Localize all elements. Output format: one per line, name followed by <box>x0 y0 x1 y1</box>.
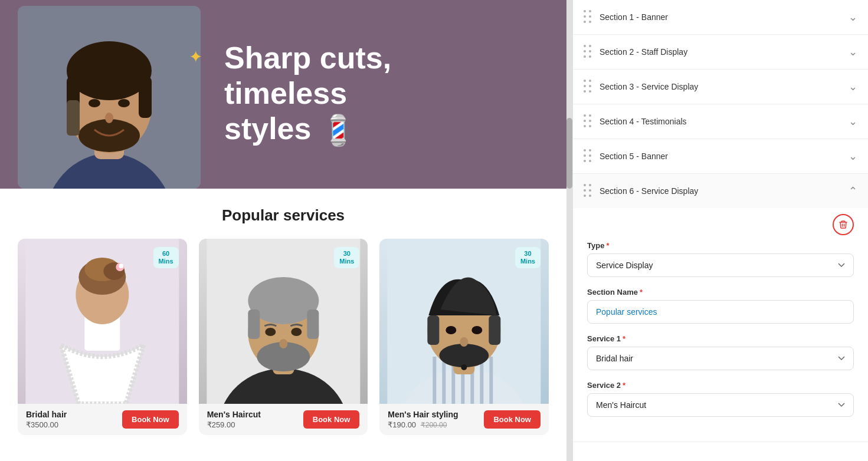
svg-point-31 <box>291 328 302 336</box>
type-select[interactable]: Service Display Staff Display Banner Tes… <box>587 253 854 277</box>
service-info-3: Men's Hair styling ₹190.00 ₹200.00 Book … <box>379 404 549 435</box>
price-strikethrough-3: ₹200.00 <box>421 421 447 429</box>
section-6-content: Type * Service Display Staff Display Ban… <box>573 208 868 442</box>
chevron-up-icon-6: ⌃ <box>849 185 857 197</box>
sidebar-item-section-2[interactable]: Section 2 - Staff Display ⌄ <box>573 35 868 70</box>
service-card-1: 60 Mins Bridal hair ₹3500.00 Book Now <box>18 239 187 435</box>
service2-select[interactable]: Bridal hair Men's Haircut Men's Hair sty… <box>587 393 854 417</box>
hero-banner: ✦ Sharp cuts, timeless styles 💈 <box>0 0 566 189</box>
chevron-down-icon-4: ⌄ <box>849 115 857 128</box>
service-info-1: Bridal hair ₹3500.00 Book Now <box>18 404 187 435</box>
barber-pole-icon: 💈 <box>320 114 356 148</box>
service2-label: Service 2 * <box>587 381 854 390</box>
section-name-field: Section Name * <box>587 288 854 324</box>
service-info-2: Men's Haircut ₹259.00 Book Now <box>199 404 368 435</box>
section-label-4: Section 4 - Testimonials <box>600 117 687 126</box>
sidebar-item-section-4[interactable]: Section 4 - Testimonials ⌄ <box>573 104 868 139</box>
section-name-required-star: * <box>640 288 643 297</box>
service-name-2: Men's Haircut <box>207 410 261 419</box>
svg-rect-45 <box>489 315 501 345</box>
drag-handle-2 <box>584 45 592 59</box>
service1-label: Service 1 * <box>587 334 854 343</box>
services-title: Popular services <box>18 206 549 225</box>
svg-point-47 <box>446 326 457 334</box>
section-label-5: Section 5 - Banner <box>600 152 668 161</box>
svg-rect-44 <box>428 315 440 345</box>
svg-point-32 <box>279 339 287 348</box>
service-name-3: Men's Hair styling <box>388 410 458 419</box>
delete-section-area <box>587 214 854 235</box>
service1-select[interactable]: Bridal hair Men's Haircut Men's Hair sty… <box>587 347 854 370</box>
section-label-2: Section 2 - Staff Display <box>600 47 687 57</box>
book-btn-3[interactable]: Book Now <box>484 410 541 429</box>
section-label-3: Section 3 - Service Display <box>600 82 698 91</box>
service2-field: Service 2 * Bridal hair Men's Haircut Me… <box>587 381 854 417</box>
drag-handle-3 <box>584 80 592 94</box>
delete-section-btn[interactable] <box>833 214 854 235</box>
svg-rect-7 <box>139 77 152 118</box>
scroll-indicator <box>566 0 572 461</box>
section-label-6: Section 6 - Service Display <box>600 186 698 196</box>
sidebar-item-section-3[interactable]: Section 3 - Service Display ⌄ <box>573 70 868 104</box>
svg-point-10 <box>89 99 100 107</box>
svg-point-48 <box>472 326 483 334</box>
type-required-star: * <box>606 241 609 250</box>
service-card-img-1: 60 Mins <box>18 239 187 404</box>
sidebar-item-section-6: Section 6 - Service Display ⌃ Type * <box>573 174 868 442</box>
service1-required-star: * <box>623 334 625 343</box>
service-card-img-2: 30 Mins <box>199 239 368 404</box>
time-badge-1: 60 Mins <box>153 247 179 268</box>
hero-text: Sharp cuts, timeless styles 💈 <box>201 41 566 148</box>
drag-handle-4 <box>584 114 592 129</box>
services-section: Popular services <box>0 189 566 447</box>
chevron-down-icon-3: ⌄ <box>849 80 857 93</box>
drag-handle-5 <box>584 149 592 163</box>
time-badge-2: 30 Mins <box>334 247 359 268</box>
svg-point-50 <box>461 364 467 370</box>
service-price-2: ₹259.00 <box>207 420 261 429</box>
service2-required-star: * <box>623 381 625 390</box>
svg-point-30 <box>265 328 276 336</box>
service-card-3: 30 Mins Men's Hair styling ₹190.00 ₹200.… <box>379 239 549 435</box>
drag-handle-6 <box>584 184 592 198</box>
svg-point-49 <box>460 337 469 347</box>
svg-point-21 <box>119 264 123 268</box>
hero-title: Sharp cuts, timeless styles 💈 <box>224 41 543 148</box>
hero-image <box>18 6 201 189</box>
service1-field: Service 1 * Bridal hair Men's Haircut Me… <box>587 334 854 370</box>
svg-rect-9 <box>67 100 80 136</box>
svg-rect-28 <box>307 309 319 339</box>
type-field: Type * Service Display Staff Display Ban… <box>587 241 854 277</box>
sidebar: Section 1 - Banner ⌄ Section 2 - Staff D… <box>572 0 868 461</box>
book-btn-2[interactable]: Book Now <box>303 410 360 429</box>
section-name-input[interactable] <box>587 300 854 324</box>
sidebar-item-section-1[interactable]: Section 1 - Banner ⌄ <box>573 0 868 35</box>
svg-rect-27 <box>248 309 260 339</box>
chevron-down-icon-5: ⌄ <box>849 150 857 163</box>
chevron-down-icon-2: ⌄ <box>849 45 857 58</box>
section-name-label: Section Name * <box>587 288 854 297</box>
book-btn-1[interactable]: Book Now <box>122 410 179 429</box>
svg-point-46 <box>440 344 489 367</box>
gold-star-decoration: ✦ <box>189 47 202 67</box>
service-card-img-3: 30 Mins <box>379 239 549 404</box>
scroll-thumb <box>566 118 572 189</box>
service-name-1: Bridal hair <box>26 410 67 419</box>
service-price-1: ₹3500.00 <box>26 420 67 429</box>
section-6-header[interactable]: Section 6 - Service Display ⌃ <box>573 174 868 208</box>
sidebar-item-section-5[interactable]: Section 5 - Banner ⌄ <box>573 139 868 174</box>
services-grid: 60 Mins Bridal hair ₹3500.00 Book Now <box>18 239 549 435</box>
chevron-down-icon-1: ⌄ <box>849 11 857 24</box>
section-label-1: Section 1 - Banner <box>600 12 668 22</box>
service-price-3: ₹190.00 ₹200.00 <box>388 420 458 429</box>
svg-point-11 <box>118 99 130 107</box>
svg-point-12 <box>105 113 113 123</box>
drag-handle-1 <box>584 10 592 24</box>
service-card-2: 30 Mins Men's Haircut ₹259.00 Book Now <box>199 239 368 435</box>
preview-panel: ✦ Sharp cuts, timeless styles 💈 Popular … <box>0 0 566 461</box>
type-label: Type * <box>587 241 854 250</box>
time-badge-3: 30 Mins <box>515 247 541 268</box>
